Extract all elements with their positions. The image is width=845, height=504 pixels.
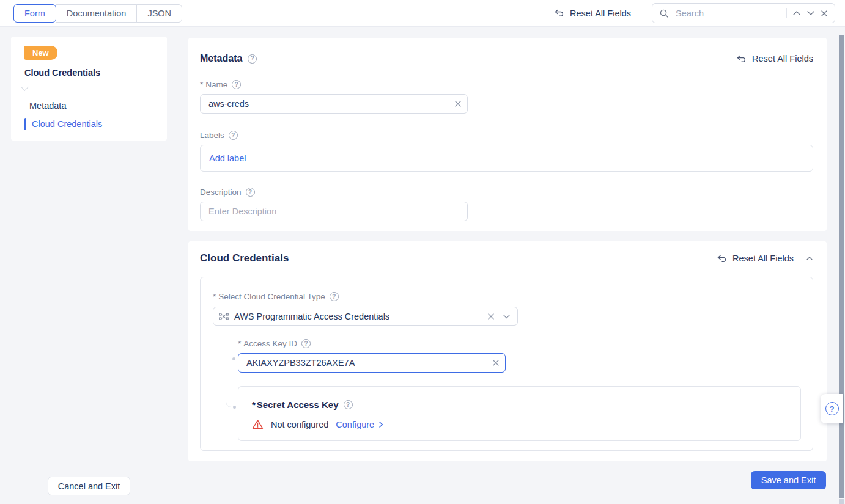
- cancel-and-exit-button[interactable]: Cancel and Exit: [48, 477, 130, 495]
- help-circle-icon[interactable]: ?: [301, 339, 311, 348]
- steps-sidebar: New Cloud Credentials Metadata Cloud Cre…: [11, 37, 167, 141]
- add-label-button[interactable]: Add label: [209, 153, 246, 163]
- metadata-title-text: Metadata: [200, 53, 242, 64]
- undo-icon: [717, 254, 727, 263]
- reset-all-fields-label: Reset All Fields: [570, 9, 631, 18]
- credentials-section-title: Cloud Credentials: [200, 252, 289, 265]
- tree-connector-stub: [226, 359, 232, 359]
- secret-access-key-panel: * Secret Access Key ? Not configured Con…: [238, 386, 801, 441]
- credentials-inner-panel: * Select Cloud Credential Type ? AWS Pro…: [200, 277, 813, 451]
- chevron-down-icon[interactable]: [503, 314, 511, 319]
- status-badge-new: New: [24, 46, 57, 60]
- help-circle-icon[interactable]: ?: [330, 292, 339, 301]
- metadata-reset-fields-button[interactable]: Reset All Fields: [736, 54, 813, 64]
- sidebar-step-list: Metadata Cloud Credentials: [11, 97, 167, 133]
- tab-form[interactable]: Form: [13, 4, 56, 23]
- view-tab-group: Form Documentation JSON: [13, 4, 182, 23]
- metadata-section-header: Metadata ? Reset All Fields: [200, 53, 813, 64]
- tree-connector-dot: [232, 357, 235, 360]
- name-field-label: * Name ?: [200, 80, 813, 89]
- tab-json[interactable]: JSON: [136, 4, 182, 23]
- secret-key-status-row: Not configured Configure: [252, 419, 800, 429]
- warning-icon: [252, 419, 264, 429]
- configure-secret-key-link[interactable]: Configure: [336, 420, 383, 429]
- access-key-input[interactable]: [238, 353, 506, 373]
- help-circle-icon[interactable]: ?: [344, 400, 353, 409]
- access-key-label-text: Access Key ID: [243, 339, 297, 348]
- help-circle-icon[interactable]: ?: [232, 80, 241, 89]
- credential-type-select[interactable]: AWS Programmatic Access Credentials: [213, 307, 518, 326]
- metadata-section-title: Metadata ?: [200, 53, 257, 64]
- vertical-scrollbar-track: [839, 499, 844, 504]
- credential-type-value: AWS Programmatic Access Credentials: [234, 312, 482, 321]
- help-circle-icon[interactable]: ?: [229, 131, 238, 140]
- labels-field-label: Labels ?: [200, 131, 813, 140]
- undo-icon: [554, 9, 564, 18]
- cloud-credentials-section: Cloud Credentials Reset All Fields * Sel…: [188, 241, 827, 461]
- topbar-right: Reset All Fields: [554, 3, 835, 23]
- vertical-scrollbar-thumb[interactable]: [839, 35, 844, 498]
- credentials-section-header: Cloud Credentials Reset All Fields: [200, 252, 813, 265]
- credentials-title-text: Cloud Credentials: [200, 252, 289, 265]
- reset-all-fields-button[interactable]: Reset All Fields: [554, 9, 631, 18]
- configure-label: Configure: [336, 420, 374, 429]
- tab-documentation[interactable]: Documentation: [56, 4, 138, 23]
- secret-key-label-text: Secret Access Key: [257, 400, 339, 410]
- metadata-section: Metadata ? Reset All Fields * Name ? Lab…: [188, 38, 827, 231]
- labels-box: Add label: [200, 145, 813, 172]
- help-circle-icon[interactable]: ?: [248, 54, 257, 64]
- close-icon[interactable]: [821, 10, 828, 17]
- secret-key-status-text: Not configured: [271, 420, 328, 429]
- search-box: [652, 3, 835, 23]
- sidebar-divider: [11, 87, 167, 87]
- credential-type-label-text: Select Cloud Credential Type: [218, 292, 325, 301]
- clear-access-key-icon[interactable]: [492, 359, 500, 367]
- chevron-down-icon[interactable]: [806, 10, 815, 16]
- help-circle-icon: ?: [825, 402, 839, 415]
- cloud-credentials-form-page: { "colors": { "accent_blue": "#3e6ce5", …: [0, 0, 845, 504]
- reset-label: Reset All Fields: [752, 54, 813, 64]
- clear-selection-icon[interactable]: [487, 313, 495, 320]
- topbar: Form Documentation JSON Reset All Fields: [0, 0, 845, 27]
- access-key-input-wrap: [238, 353, 506, 373]
- shuffle-icon: [219, 312, 229, 321]
- required-mark: *: [200, 80, 203, 89]
- required-mark: *: [213, 292, 216, 301]
- active-step-indicator: [24, 118, 26, 130]
- tree-connector-line: [226, 322, 234, 407]
- sidebar-item-label: Cloud Credentials: [32, 119, 102, 129]
- required-mark: *: [238, 339, 241, 348]
- secret-key-title: * Secret Access Key ?: [252, 400, 800, 410]
- search-divider: [786, 8, 787, 18]
- chevron-up-icon[interactable]: [792, 10, 801, 16]
- credential-type-label: * Select Cloud Credential Type ?: [213, 292, 813, 301]
- labels-label-text: Labels: [200, 131, 224, 140]
- undo-icon: [736, 54, 747, 64]
- description-label-text: Description: [200, 188, 242, 197]
- reset-label: Reset All Fields: [732, 254, 794, 263]
- search-input[interactable]: [674, 8, 781, 19]
- sidebar-item-metadata[interactable]: Metadata: [11, 97, 167, 115]
- sidebar-title: Cloud Credentials: [24, 68, 167, 78]
- chevron-right-icon: [378, 421, 383, 428]
- sidebar-item-cloud-credentials[interactable]: Cloud Credentials: [11, 115, 167, 133]
- credentials-reset-fields-button[interactable]: Reset All Fields: [717, 254, 794, 263]
- chevron-down-notch-icon: [21, 83, 29, 91]
- search-icon: [659, 9, 669, 18]
- help-button[interactable]: ?: [821, 394, 843, 423]
- description-field-label: Description ?: [200, 188, 813, 197]
- name-input-wrap: [200, 94, 468, 114]
- access-key-label: * Access Key ID ?: [238, 339, 813, 348]
- save-and-exit-button[interactable]: Save and Exit: [751, 471, 826, 489]
- name-label-text: Name: [205, 80, 227, 89]
- required-mark: *: [252, 400, 256, 410]
- clear-name-icon[interactable]: [454, 100, 462, 108]
- help-circle-icon[interactable]: ?: [246, 188, 255, 197]
- collapse-section-icon[interactable]: [806, 256, 813, 261]
- description-input-wrap: [200, 202, 468, 221]
- description-input[interactable]: [200, 202, 468, 221]
- tree-connector-dot: [233, 406, 236, 409]
- name-input[interactable]: [200, 94, 468, 114]
